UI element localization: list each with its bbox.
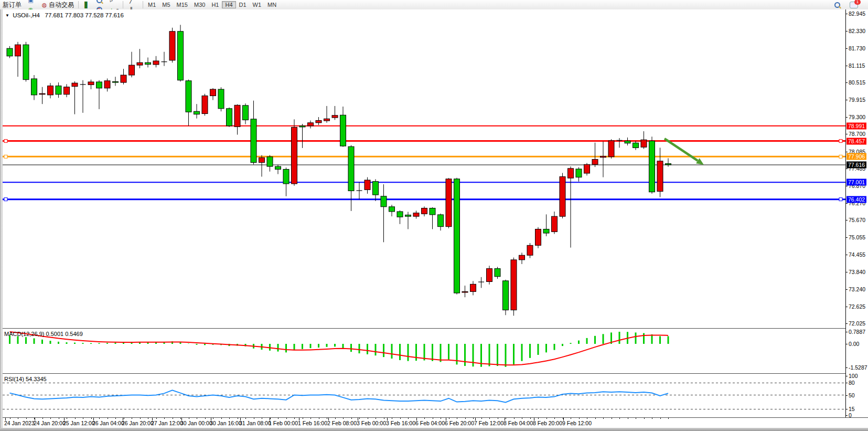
time-tick-minor [75, 418, 76, 419]
candlestick-chart-button[interactable]: ▋ [80, 0, 94, 9]
time-tick-minor [42, 418, 43, 419]
time-tick-minor [498, 418, 498, 419]
time-tick-minor [124, 418, 124, 419]
line-handle[interactable] [839, 140, 842, 143]
time-tick-minor [392, 418, 392, 419]
line-handle[interactable] [839, 198, 842, 201]
line-handle[interactable] [4, 198, 7, 201]
rsi-label: RSI(14) 54.3345 [4, 376, 47, 382]
time-label: 2 Feb 08:00 [327, 420, 357, 426]
candle [210, 89, 216, 96]
auto-scroll-icon: ▹ [108, 0, 115, 4]
time-tick-minor [132, 418, 132, 419]
down-right-green-arrow[interactable] [665, 139, 704, 165]
timeframe-button-m5[interactable]: M5 [159, 1, 173, 8]
collapse-triangle-icon[interactable]: ▼ [5, 13, 9, 18]
market-watch-button[interactable]: ▣ [24, 0, 38, 5]
time-tick-minor [652, 418, 652, 419]
time-label: 9 Feb 12:00 [562, 420, 592, 426]
time-tick-minor [587, 418, 587, 419]
time-tick-minor [644, 418, 645, 419]
timeframe-button-h1[interactable]: H1 [208, 1, 222, 8]
timeframe-button-h4[interactable]: H4 [222, 1, 235, 8]
time-label: 27 Jan 12:00 [151, 420, 183, 426]
rsi-scale-tick: 15 [846, 406, 855, 412]
time-tick-minor [164, 418, 165, 419]
candle [267, 157, 273, 166]
candle [348, 146, 354, 191]
candle [365, 180, 370, 190]
zoom-in-icon: + [97, 0, 102, 3]
price-axis[interactable]: 82.94582.33081.73081.11580.51579.91579.3… [845, 9, 868, 417]
candle [608, 141, 614, 157]
time-axis[interactable]: 24 Jan 202324 Jan 20:0025 Jan 12:0026 Ja… [3, 417, 868, 428]
time-tick-minor [83, 418, 83, 419]
time-tick-minor [465, 418, 466, 419]
new-order-button[interactable]: 新订单 [0, 0, 24, 9]
time-tick-minor [554, 418, 555, 419]
chart-window: ▼ USOil-,H4 77.681 77.803 77.528 77.616 … [0, 9, 868, 431]
price-badge-76.402: 76.402 [846, 196, 866, 203]
time-tick-minor [457, 418, 457, 419]
timeframe-button-m1[interactable]: M1 [145, 1, 159, 8]
time-tick-minor [538, 418, 539, 419]
rsi-scale-tick: 80 [846, 380, 855, 386]
candle [470, 284, 476, 291]
candle [186, 81, 191, 112]
new-order-label: 新订单 [3, 1, 22, 9]
autotrade-button[interactable]: ◍ 自动交易 [38, 0, 77, 9]
line-handle[interactable] [4, 140, 7, 143]
notification-badge: 1 [854, 0, 861, 5]
trendline-button[interactable]: ╱ [125, 0, 141, 5]
price-tick: 81.115 [846, 62, 865, 69]
time-tick-minor [449, 418, 449, 419]
line-handle[interactable] [4, 155, 7, 158]
timeframe-button-mn[interactable]: MN [264, 1, 280, 8]
time-tick-major [387, 418, 388, 421]
candle [625, 141, 630, 143]
price-tick: 75.670 [846, 217, 865, 223]
timeframe-button-d1[interactable]: D1 [236, 1, 250, 8]
candle [617, 140, 623, 141]
zoom-in-button[interactable]: + [94, 0, 105, 5]
candle [169, 31, 175, 60]
time-tick-minor [262, 418, 262, 419]
rsi-line [10, 390, 669, 402]
timeframe-button-w1[interactable]: W1 [250, 1, 265, 8]
candle [641, 140, 647, 147]
time-tick-minor [319, 418, 319, 419]
time-tick-major [505, 418, 505, 421]
chat-icon: 1 [850, 2, 858, 8]
time-label: 1 Feb 16:00 [298, 420, 327, 426]
main-chart-svg[interactable] [3, 10, 845, 328]
macd-scale-tick: 0.7887 [846, 329, 865, 335]
candle [552, 216, 558, 232]
timeframe-button-m30[interactable]: M30 [191, 1, 208, 8]
candle [145, 62, 151, 64]
candlestick-chart-icon: ▋ [83, 1, 91, 9]
candle [275, 166, 281, 169]
price-tick: 72.025 [846, 320, 865, 327]
line-handle[interactable] [839, 155, 842, 158]
trendline-icon: ╱ [127, 0, 135, 4]
time-label: 31 Jan 08:00 [239, 420, 271, 426]
ohlc-values: 77.681 77.803 77.528 77.616 [45, 12, 124, 18]
notifications-button[interactable]: 1 [847, 0, 861, 9]
price-tick: 80.515 [846, 79, 865, 86]
timeframe-button-m15[interactable]: M15 [174, 1, 191, 8]
candle [657, 161, 663, 192]
rsi-svg[interactable] [3, 375, 845, 417]
candle [357, 190, 362, 191]
time-tick-minor [294, 418, 295, 419]
auto-scroll-button[interactable]: ▹ [105, 0, 121, 5]
candle [438, 215, 444, 227]
macd-svg[interactable] [3, 330, 845, 373]
candle [162, 61, 167, 62]
search-button[interactable] [832, 0, 843, 9]
time-tick-minor [612, 418, 612, 419]
time-tick-minor [359, 418, 360, 419]
rsi-panel[interactable] [3, 375, 845, 417]
time-label: 6 Feb 04:00 [415, 420, 445, 426]
macd-panel[interactable] [3, 330, 845, 373]
main-chart-panel[interactable] [3, 10, 845, 328]
